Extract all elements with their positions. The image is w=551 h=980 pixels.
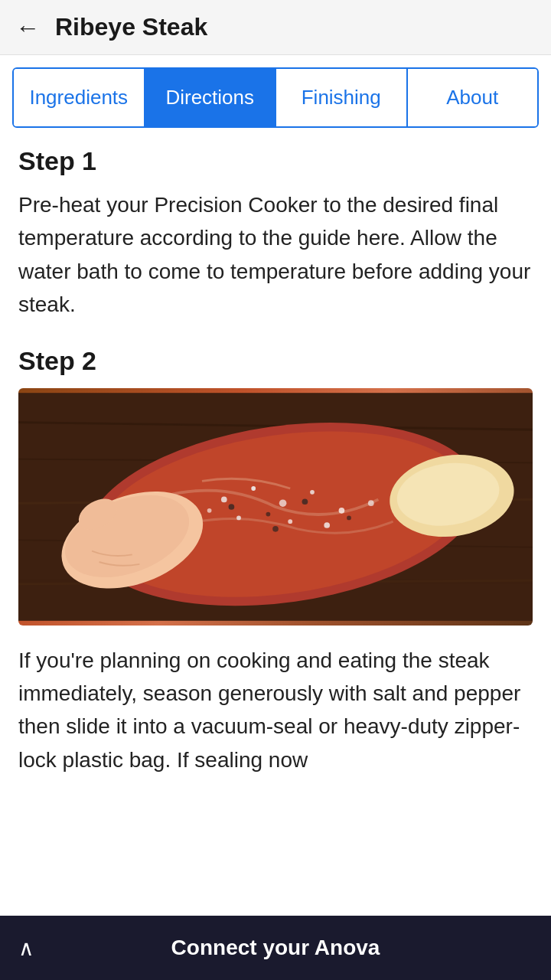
svg-point-10 xyxy=(221,496,227,502)
svg-point-16 xyxy=(288,519,292,524)
svg-point-20 xyxy=(229,504,235,510)
svg-point-17 xyxy=(324,522,330,528)
svg-point-14 xyxy=(339,508,345,514)
back-button[interactable]: ← xyxy=(15,15,40,40)
svg-point-18 xyxy=(207,508,212,512)
svg-point-12 xyxy=(279,499,287,507)
connect-anova-button[interactable]: Connect your Anova xyxy=(171,936,380,960)
step2-image xyxy=(18,388,533,626)
tab-about[interactable]: About xyxy=(408,69,538,126)
svg-point-22 xyxy=(302,498,308,505)
tab-finishing[interactable]: Finishing xyxy=(276,69,408,126)
step1-text: Pre-heat your Precision Cooker to the de… xyxy=(18,188,533,322)
step1-title: Step 1 xyxy=(18,146,533,176)
bottom-bar-chevron-icon: ∧ xyxy=(18,936,34,961)
svg-point-24 xyxy=(272,526,279,532)
svg-point-21 xyxy=(266,511,271,516)
svg-point-19 xyxy=(368,500,374,506)
svg-point-23 xyxy=(347,515,351,520)
step2-text: If you're planning on cooking and eating… xyxy=(18,644,533,777)
svg-point-11 xyxy=(251,486,256,491)
svg-point-13 xyxy=(310,489,315,494)
page-title: Ribeye Steak xyxy=(55,13,207,41)
content-area: Step 1 Pre-heat your Precision Cooker to… xyxy=(0,128,551,916)
step2-title: Step 2 xyxy=(18,346,533,376)
header: ← Ribeye Steak xyxy=(0,0,551,55)
bottom-bar[interactable]: ∧ Connect your Anova xyxy=(0,916,551,980)
tab-directions[interactable]: Directions xyxy=(145,69,277,126)
tab-ingredients[interactable]: Ingredients xyxy=(14,69,145,126)
svg-point-15 xyxy=(236,515,241,520)
tab-bar: Ingredients Directions Finishing About xyxy=(12,67,539,128)
